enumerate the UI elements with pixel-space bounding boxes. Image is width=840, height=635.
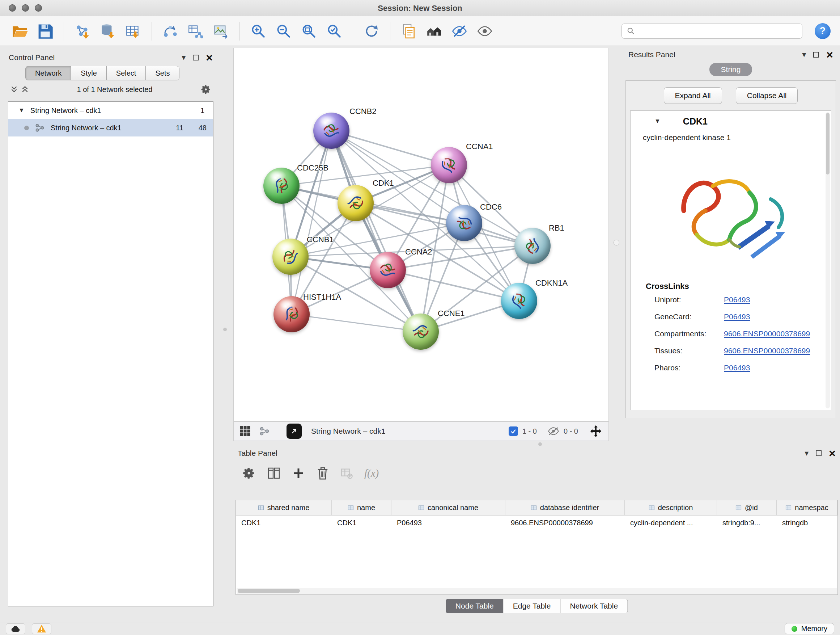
control-panel-collapse-caret[interactable]: ▾ (182, 54, 186, 62)
status-bar: Memory (0, 622, 840, 635)
network-collection-row[interactable]: ▼ String Network – cdk1 1 (8, 102, 213, 119)
crosslink-compartments-link[interactable]: 9606.ENSP00000378699 (724, 329, 810, 338)
duplicate-document-button[interactable] (398, 21, 419, 42)
gear-icon[interactable] (201, 84, 211, 95)
tree-expand-caret[interactable]: ▼ (19, 107, 25, 114)
tab-style[interactable]: Style (71, 66, 106, 80)
network-row[interactable]: String Network – cdk1 11 48 (8, 119, 213, 136)
table-hscrollbar-thumb[interactable] (238, 589, 300, 593)
table-gear-icon[interactable] (242, 466, 256, 480)
export-image-button[interactable] (210, 21, 232, 42)
window-close-button[interactable] (9, 4, 16, 11)
view-network-button[interactable] (259, 426, 270, 437)
edge-CCNB2-HIST1H1A[interactable] (292, 131, 332, 314)
crosslink-uniprot-link[interactable]: P06493 (724, 295, 750, 304)
tab-sets[interactable]: Sets (145, 66, 180, 80)
warning-button[interactable] (32, 624, 51, 634)
results-panel-collapse-caret[interactable]: ▾ (802, 51, 806, 59)
network-canvas[interactable]: CCNB2CCNA1CDC25BCDK1CDC6RB1CCNB1CCNA2CDK… (233, 48, 609, 421)
open-session-button[interactable] (9, 21, 30, 42)
crosslink-genecard-link[interactable]: P06493 (724, 312, 750, 321)
column-header--id[interactable]: @id (717, 500, 777, 515)
right-splitter-handle[interactable] (614, 240, 619, 245)
node-CDK1[interactable] (338, 185, 374, 221)
network-from-table-button[interactable] (185, 21, 206, 42)
tab-network[interactable]: Network (25, 66, 71, 80)
results-panel-close-button[interactable]: × (826, 51, 833, 59)
expand-all-chevron-icon[interactable] (10, 85, 18, 94)
edge-HIST1H1A-CCNE1[interactable] (292, 314, 421, 332)
column-label: namespac (795, 504, 828, 512)
birds-eye-button[interactable] (424, 21, 445, 42)
window-zoom-button[interactable] (35, 4, 42, 11)
collapse-all-button[interactable]: Collapse All (736, 87, 798, 104)
table-hscrollbar[interactable] (237, 588, 837, 594)
crosslink-tissues-link[interactable]: 9606.ENSP00000378699 (724, 347, 810, 355)
cloud-button[interactable] (6, 624, 25, 634)
detach-view-button[interactable] (286, 424, 302, 439)
expand-all-button[interactable]: Expand All (664, 87, 722, 104)
node-CCNA2[interactable] (370, 252, 406, 288)
show-all-button[interactable] (474, 21, 495, 42)
import-network-database-button[interactable] (97, 21, 118, 42)
zoom-selected-button[interactable] (324, 21, 345, 42)
zoom-fit-button[interactable] (298, 21, 319, 42)
results-scrollbar[interactable] (826, 112, 830, 409)
tab-select[interactable]: Select (106, 66, 146, 80)
tab-edge-table[interactable]: Edge Table (503, 599, 561, 613)
save-session-button[interactable] (35, 21, 56, 42)
hide-selection-button[interactable] (449, 21, 470, 42)
add-column-plus-icon[interactable] (292, 467, 305, 480)
vertical-splitter-handle[interactable] (223, 328, 227, 331)
protein-structure-glyph (504, 285, 535, 317)
view-grid-button[interactable] (240, 425, 251, 437)
refresh-view-button[interactable] (361, 21, 382, 42)
help-button[interactable]: ? (815, 23, 831, 39)
pan-move-icon[interactable] (589, 424, 603, 438)
node-CCNB1[interactable] (272, 239, 309, 275)
function-builder-button[interactable]: f(x) (364, 467, 379, 479)
trash-icon[interactable] (317, 466, 329, 480)
new-network-button[interactable] (160, 21, 181, 42)
node-RB1[interactable] (515, 228, 551, 264)
section-collapse-caret[interactable]: ▼ (654, 118, 660, 125)
memory-button[interactable]: Memory (785, 623, 834, 634)
tab-node-table[interactable]: Node Table (446, 599, 504, 613)
table-cell: cyclin-dependent ... (625, 516, 717, 530)
node-CDC6[interactable] (446, 205, 482, 241)
table-row[interactable]: CDK1CDK1P064939606.ENSP00000378699cyclin… (236, 516, 837, 530)
collapse-all-chevron-icon[interactable] (21, 85, 29, 94)
window-minimize-button[interactable] (22, 4, 29, 11)
columns-icon[interactable] (267, 467, 280, 480)
control-panel-float-button[interactable] (193, 55, 199, 60)
column-header-database-identifier[interactable]: database identifier (505, 500, 625, 515)
horizontal-splitter-handle[interactable] (538, 442, 542, 446)
results-scrollbar-thumb[interactable] (826, 113, 829, 174)
crosslink-pharos-link[interactable]: P06493 (724, 363, 750, 372)
table-panel-float-button[interactable] (816, 450, 821, 456)
node-CDC25B[interactable] (264, 168, 300, 204)
zoom-in-button[interactable] (248, 21, 269, 42)
control-panel-close-button[interactable]: × (206, 54, 213, 62)
node-CCNE1[interactable] (403, 314, 439, 350)
column-header-name[interactable]: name (332, 500, 392, 515)
table-panel-close-button[interactable]: × (829, 449, 836, 457)
edge-CCNB2-CCNE1[interactable] (332, 131, 421, 332)
import-table-file-button[interactable] (123, 21, 144, 42)
results-panel-float-button[interactable] (813, 52, 819, 57)
table-panel-collapse-caret[interactable]: ▾ (805, 449, 808, 457)
import-network-file-button[interactable] (72, 21, 93, 42)
node-CDKN1A[interactable] (501, 283, 537, 319)
column-header-description[interactable]: description (625, 500, 717, 515)
node-CCNA1[interactable] (431, 147, 467, 183)
search-input[interactable] (638, 27, 797, 35)
column-header-shared-name[interactable]: shared name (236, 500, 332, 515)
tab-network-table[interactable]: Network Table (560, 599, 628, 613)
zoom-out-button[interactable] (273, 21, 294, 42)
node-CCNB2[interactable] (313, 112, 349, 149)
selected-checkbox[interactable] (508, 426, 518, 436)
edge-CCNA2-CDKN1A[interactable] (388, 270, 519, 301)
column-header-namespac[interactable]: namespac (777, 500, 837, 515)
tab-string[interactable]: String (709, 63, 752, 76)
column-header-canonical-name[interactable]: canonical name (392, 500, 505, 515)
